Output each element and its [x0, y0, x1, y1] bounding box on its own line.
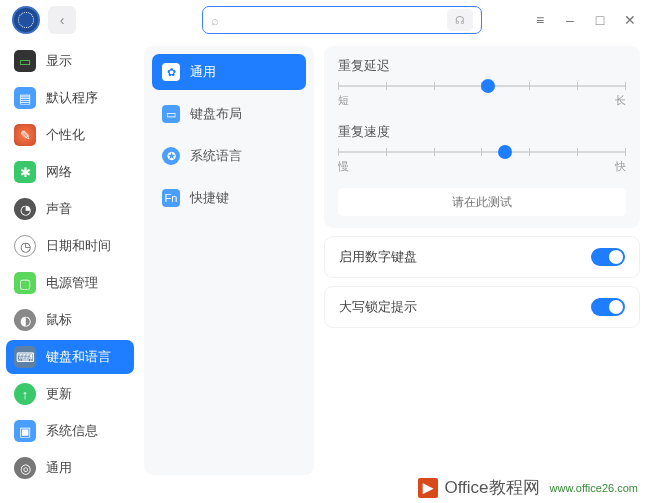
sysinfo-icon: ▣	[14, 420, 36, 442]
sidebar-item-defaults[interactable]: ▤默认程序	[6, 81, 134, 115]
sidebar-item-label: 个性化	[46, 127, 85, 144]
capslock-toggle[interactable]	[591, 298, 625, 316]
sidebar-item-label: 声音	[46, 201, 72, 218]
capslock-row: 大写锁定提示	[324, 286, 640, 328]
subnav-item-label: 通用	[190, 64, 216, 81]
sidebar-item-label: 更新	[46, 386, 72, 403]
sidebar-item-network[interactable]: ✱网络	[6, 155, 134, 189]
voice-button[interactable]: ☊	[447, 9, 473, 31]
slider-thumb[interactable]	[481, 79, 495, 93]
slider-min-label: 短	[338, 93, 349, 108]
repeat-delay-slider[interactable]	[338, 85, 626, 87]
sidebar-item-display[interactable]: ▭显示	[6, 44, 134, 78]
sidebar-item-label: 通用	[46, 460, 72, 477]
globe-icon: ✪	[162, 147, 180, 165]
subnav: ✿通用 ▭键盘布局 ✪系统语言 Fn快捷键	[144, 46, 314, 475]
test-input[interactable]	[338, 188, 626, 216]
layout-icon: ▭	[162, 105, 180, 123]
search-input[interactable]	[227, 13, 439, 27]
menu-button[interactable]: ≡	[532, 12, 548, 28]
maximize-button[interactable]: □	[592, 12, 608, 28]
subnav-item-label: 快捷键	[190, 190, 229, 207]
slider-max-label: 快	[615, 159, 626, 174]
sidebar-item-label: 鼠标	[46, 312, 72, 329]
sidebar-item-sound[interactable]: ◔声音	[6, 192, 134, 226]
display-icon: ▭	[14, 50, 36, 72]
sound-icon: ◔	[14, 198, 36, 220]
keyboard-icon: ⌨	[14, 346, 36, 368]
office-logo-icon: ▶	[418, 478, 438, 498]
sidebar-item-label: 系统信息	[46, 423, 98, 440]
back-button[interactable]: ‹	[48, 6, 76, 34]
slider-min-label: 慢	[338, 159, 349, 174]
clock-icon: ◷	[14, 235, 36, 257]
subnav-item-language[interactable]: ✪系统语言	[152, 138, 306, 174]
sidebar-item-label: 日期和时间	[46, 238, 111, 255]
sidebar-item-keyboard[interactable]: ⌨键盘和语言	[6, 340, 134, 374]
search-box[interactable]: ⌕ ☊	[202, 6, 482, 34]
sidebar-item-personalization[interactable]: ✎个性化	[6, 118, 134, 152]
personalization-icon: ✎	[14, 124, 36, 146]
repeat-card: 重复延迟 短长 重复速度 慢快	[324, 46, 640, 228]
network-icon: ✱	[14, 161, 36, 183]
sidebar-item-datetime[interactable]: ◷日期和时间	[6, 229, 134, 263]
subnav-item-label: 键盘布局	[190, 106, 242, 123]
sidebar-item-power[interactable]: ▢电源管理	[6, 266, 134, 300]
sidebar-item-mouse[interactable]: ◐鼠标	[6, 303, 134, 337]
close-button[interactable]: ✕	[622, 12, 638, 28]
app-logo	[12, 6, 40, 34]
numlock-label: 启用数字键盘	[339, 249, 417, 266]
repeat-rate-slider[interactable]	[338, 151, 626, 153]
settings-panel: 重复延迟 短长 重复速度 慢快 启用数字键盘	[324, 46, 640, 475]
gear-icon: ◎	[14, 457, 36, 479]
numlock-toggle[interactable]	[591, 248, 625, 266]
gear-icon: ✿	[162, 63, 180, 81]
repeat-delay-label: 重复延迟	[338, 58, 626, 75]
sidebar-item-label: 网络	[46, 164, 72, 181]
minimize-button[interactable]: –	[562, 12, 578, 28]
mic-icon: ☊	[455, 14, 465, 27]
defaults-icon: ▤	[14, 87, 36, 109]
sidebar-item-update[interactable]: ↑更新	[6, 377, 134, 411]
mouse-icon: ◐	[14, 309, 36, 331]
watermark: ▶ Office教程网 www.office26.com	[418, 476, 638, 499]
sidebar-item-label: 显示	[46, 53, 72, 70]
slider-max-label: 长	[615, 93, 626, 108]
repeat-rate-label: 重复速度	[338, 124, 626, 141]
numlock-row: 启用数字键盘	[324, 236, 640, 278]
capslock-label: 大写锁定提示	[339, 299, 417, 316]
sidebar-item-label: 默认程序	[46, 90, 98, 107]
sidebar: ▭显示 ▤默认程序 ✎个性化 ✱网络 ◔声音 ◷日期和时间 ▢电源管理 ◐鼠标 …	[0, 40, 140, 481]
sidebar-item-label: 键盘和语言	[46, 349, 111, 366]
subnav-item-label: 系统语言	[190, 148, 242, 165]
chevron-left-icon: ‹	[60, 12, 65, 28]
subnav-item-layout[interactable]: ▭键盘布局	[152, 96, 306, 132]
sidebar-item-sysinfo[interactable]: ▣系统信息	[6, 414, 134, 448]
power-icon: ▢	[14, 272, 36, 294]
fn-icon: Fn	[162, 189, 180, 207]
search-icon: ⌕	[211, 13, 219, 28]
sidebar-item-label: 电源管理	[46, 275, 98, 292]
subnav-item-shortcuts[interactable]: Fn快捷键	[152, 180, 306, 216]
sidebar-item-general[interactable]: ◎通用	[6, 451, 134, 481]
update-icon: ↑	[14, 383, 36, 405]
slider-thumb[interactable]	[498, 145, 512, 159]
subnav-item-general[interactable]: ✿通用	[152, 54, 306, 90]
